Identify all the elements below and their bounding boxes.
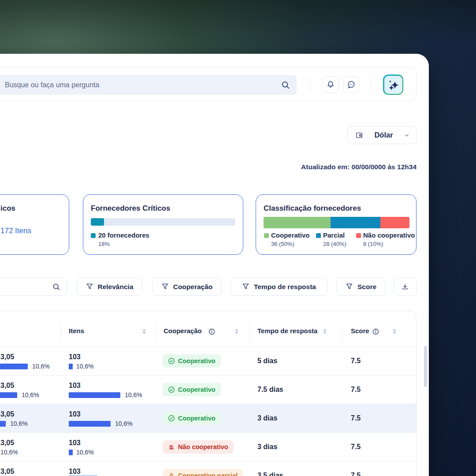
- legend-value: 28 (40%): [323, 241, 346, 248]
- itens-percent: 10,6%: [125, 390, 142, 399]
- status-badge: Não cooperativo: [163, 440, 234, 454]
- table-row[interactable]: 3,05 103 Cooperativo parcial 3.5 dias 7.…: [0, 461, 416, 476]
- info-icon[interactable]: [372, 328, 379, 335]
- divider: [371, 77, 371, 93]
- response-time-cell: 3.5 dias: [257, 471, 283, 476]
- filter-cooperation-button[interactable]: Cooperação: [152, 278, 222, 296]
- legend-value: 8 (10%): [363, 241, 383, 248]
- divider: [61, 324, 61, 341]
- table-row-highlighted[interactable]: 3,05 10,6% 103 10,6% Cooperativo 3 dias …: [0, 404, 416, 432]
- table-row[interactable]: 3,05 10,6% 103 10,6% Cooperativo 7.5 dia…: [0, 375, 416, 404]
- legend-percent: 18%: [98, 241, 110, 248]
- legend-label: Parcial: [323, 231, 345, 240]
- itens-bar: [69, 421, 111, 427]
- table-scrollbar[interactable]: [424, 346, 427, 387]
- segment-cooperative: [264, 217, 331, 228]
- classification-bar: [264, 217, 409, 228]
- search-icon[interactable]: [52, 283, 61, 291]
- column-header-cooperacao: Cooperação: [164, 327, 202, 335]
- legend-label: Cooperativo: [271, 231, 310, 240]
- score-cell: 7.5: [351, 471, 361, 476]
- card-title-fragment: icos: [0, 204, 15, 213]
- itens-cell: 103: [69, 381, 81, 390]
- progress-track: [91, 218, 235, 226]
- table-row[interactable]: 3,05 10,6% 103 10,6% Não cooperativo 3 d…: [0, 432, 416, 461]
- itens-cell: 103: [69, 467, 81, 476]
- items-count: 172 Itens: [0, 227, 31, 235]
- divider: [310, 77, 310, 93]
- chat-button[interactable]: [343, 76, 360, 93]
- itens-bar: [69, 392, 120, 398]
- legend-label: 20 fornecedores: [98, 231, 149, 240]
- value-percent: 10,6%: [0, 448, 18, 457]
- column-header-score: Score: [351, 327, 369, 335]
- filter-icon: [346, 283, 353, 290]
- card-critical-items: icos 172 Itens: [0, 194, 69, 255]
- filter-icon: [161, 283, 169, 290]
- status-label: Cooperativo: [178, 386, 216, 393]
- value-cell: 3,05: [0, 439, 14, 447]
- filter-response-time-button[interactable]: Tempo de resposta: [231, 278, 327, 296]
- filter-score-button[interactable]: Score: [336, 278, 386, 296]
- itens-bar: [69, 450, 73, 455]
- filter-label: Tempo de resposta: [254, 283, 316, 291]
- legend-swatch: [91, 233, 96, 238]
- search-input[interactable]: [0, 75, 297, 95]
- value-cell: 3,05: [0, 467, 14, 476]
- itens-cell: 103: [69, 353, 81, 361]
- filter-label: Score: [357, 283, 376, 291]
- status-badge: Cooperativo: [163, 412, 221, 425]
- filter-label: Relevância: [98, 283, 134, 291]
- response-time-cell: 3 dias: [257, 442, 277, 452]
- score-cell: 7.5: [351, 442, 361, 452]
- sort-icon[interactable]: [235, 329, 238, 334]
- value-bar: [0, 364, 28, 369]
- filter-relevance-button[interactable]: Relevância: [77, 278, 142, 296]
- value-percent: 10,6%: [22, 390, 39, 399]
- value-cell: 3,05: [0, 353, 14, 361]
- response-time-cell: 5 dias: [257, 356, 277, 366]
- legend-label: Não cooperativo: [363, 231, 415, 240]
- table-row[interactable]: 3,05 10,6% 103 10,6% Cooperativo 5 dias …: [0, 346, 416, 375]
- siren-icon: [168, 443, 175, 450]
- check-circle-icon: [168, 386, 175, 393]
- score-cell: 7.5: [351, 413, 361, 423]
- column-header-tempo: Tempo de resposta: [257, 327, 317, 335]
- value-cell: 3,05: [0, 410, 14, 419]
- sort-icon[interactable]: [323, 329, 327, 334]
- divider: [249, 324, 250, 341]
- value-bar: [0, 392, 17, 398]
- notifications-button[interactable]: [322, 76, 339, 93]
- download-icon: [401, 283, 409, 291]
- sort-icon[interactable]: [142, 329, 146, 334]
- card-supplier-classification: Classificação fornecedores Cooperativo 3…: [256, 194, 416, 255]
- status-label: Cooperativo: [178, 415, 216, 422]
- wallet-icon: [355, 131, 364, 140]
- status-label: Cooperativo: [178, 357, 216, 364]
- assistant-logo-button[interactable]: [383, 74, 403, 95]
- status-badge: Cooperativo: [163, 354, 221, 368]
- last-updated-text: Atualizado em: 00/00/0000 às 12h34: [301, 163, 416, 171]
- currency-selector[interactable]: Dólar: [347, 126, 416, 144]
- legend-swatch: [316, 233, 321, 238]
- chat-icon: [346, 80, 356, 89]
- score-cell: 7.5: [351, 356, 361, 366]
- status-label: Não cooperativo: [178, 443, 228, 450]
- filter-icon: [242, 283, 249, 290]
- response-time-cell: 7.5 dias: [257, 385, 283, 394]
- status-badge: Cooperativo: [163, 383, 221, 396]
- legend-swatch: [356, 233, 361, 238]
- search-icon[interactable]: [281, 80, 290, 90]
- column-header-itens: Itens: [69, 327, 84, 335]
- itens-cell: 103: [69, 439, 81, 447]
- legend-value: 36 (50%): [271, 241, 294, 248]
- status-badge: Cooperativo parcial: [163, 469, 243, 476]
- chevron-down-icon: [404, 132, 410, 138]
- check-circle-icon: [168, 357, 175, 364]
- progress-fill: [91, 218, 104, 226]
- sort-icon[interactable]: [393, 329, 396, 334]
- download-button[interactable]: [394, 278, 416, 296]
- itens-bar: [69, 364, 73, 369]
- info-icon[interactable]: [208, 328, 215, 335]
- check-circle-icon: [168, 415, 175, 422]
